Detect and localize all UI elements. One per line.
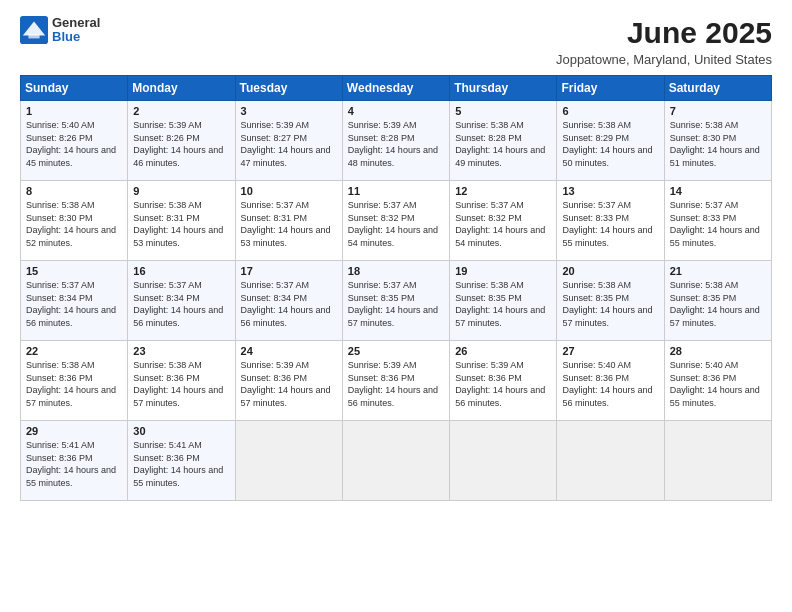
table-row: 24 Sunrise: 5:39 AM Sunset: 8:36 PM Dayl… — [235, 341, 342, 421]
day-number: 26 — [455, 345, 552, 357]
day-info: Sunrise: 5:39 AM Sunset: 8:36 PM Dayligh… — [455, 359, 552, 409]
logo: General Blue — [20, 16, 100, 45]
day-info: Sunrise: 5:37 AM Sunset: 8:33 PM Dayligh… — [670, 199, 767, 249]
table-row: 13 Sunrise: 5:37 AM Sunset: 8:33 PM Dayl… — [557, 181, 664, 261]
day-number: 18 — [348, 265, 445, 277]
day-number: 20 — [562, 265, 659, 277]
table-row: 4 Sunrise: 5:39 AM Sunset: 8:28 PM Dayli… — [342, 101, 449, 181]
table-row: 10 Sunrise: 5:37 AM Sunset: 8:31 PM Dayl… — [235, 181, 342, 261]
header-row: Sunday Monday Tuesday Wednesday Thursday… — [21, 76, 772, 101]
day-info: Sunrise: 5:41 AM Sunset: 8:36 PM Dayligh… — [26, 439, 123, 489]
logo-icon — [20, 16, 48, 44]
day-number: 9 — [133, 185, 230, 197]
week-row: 22 Sunrise: 5:38 AM Sunset: 8:36 PM Dayl… — [21, 341, 772, 421]
table-row: 14 Sunrise: 5:37 AM Sunset: 8:33 PM Dayl… — [664, 181, 771, 261]
col-sunday: Sunday — [21, 76, 128, 101]
col-monday: Monday — [128, 76, 235, 101]
day-info: Sunrise: 5:40 AM Sunset: 8:36 PM Dayligh… — [562, 359, 659, 409]
day-info: Sunrise: 5:38 AM Sunset: 8:29 PM Dayligh… — [562, 119, 659, 169]
day-number: 5 — [455, 105, 552, 117]
calendar-title: June 2025 — [556, 16, 772, 50]
day-number: 7 — [670, 105, 767, 117]
table-row: 7 Sunrise: 5:38 AM Sunset: 8:30 PM Dayli… — [664, 101, 771, 181]
day-info: Sunrise: 5:38 AM Sunset: 8:36 PM Dayligh… — [133, 359, 230, 409]
day-info: Sunrise: 5:40 AM Sunset: 8:26 PM Dayligh… — [26, 119, 123, 169]
day-info: Sunrise: 5:39 AM Sunset: 8:36 PM Dayligh… — [348, 359, 445, 409]
table-row — [342, 421, 449, 501]
header: General Blue June 2025 Joppatowne, Maryl… — [20, 16, 772, 67]
col-friday: Friday — [557, 76, 664, 101]
day-number: 23 — [133, 345, 230, 357]
day-info: Sunrise: 5:38 AM Sunset: 8:28 PM Dayligh… — [455, 119, 552, 169]
day-number: 28 — [670, 345, 767, 357]
table-row: 8 Sunrise: 5:38 AM Sunset: 8:30 PM Dayli… — [21, 181, 128, 261]
table-row: 25 Sunrise: 5:39 AM Sunset: 8:36 PM Dayl… — [342, 341, 449, 421]
calendar-table: Sunday Monday Tuesday Wednesday Thursday… — [20, 75, 772, 501]
table-row: 5 Sunrise: 5:38 AM Sunset: 8:28 PM Dayli… — [450, 101, 557, 181]
title-area: June 2025 Joppatowne, Maryland, United S… — [556, 16, 772, 67]
svg-rect-2 — [28, 34, 39, 38]
table-row: 22 Sunrise: 5:38 AM Sunset: 8:36 PM Dayl… — [21, 341, 128, 421]
day-number: 21 — [670, 265, 767, 277]
day-info: Sunrise: 5:37 AM Sunset: 8:35 PM Dayligh… — [348, 279, 445, 329]
table-row — [664, 421, 771, 501]
day-number: 17 — [241, 265, 338, 277]
week-row: 15 Sunrise: 5:37 AM Sunset: 8:34 PM Dayl… — [21, 261, 772, 341]
table-row — [235, 421, 342, 501]
day-number: 25 — [348, 345, 445, 357]
calendar-subtitle: Joppatowne, Maryland, United States — [556, 52, 772, 67]
day-number: 8 — [26, 185, 123, 197]
table-row: 1 Sunrise: 5:40 AM Sunset: 8:26 PM Dayli… — [21, 101, 128, 181]
day-info: Sunrise: 5:39 AM Sunset: 8:28 PM Dayligh… — [348, 119, 445, 169]
day-info: Sunrise: 5:38 AM Sunset: 8:36 PM Dayligh… — [26, 359, 123, 409]
table-row: 28 Sunrise: 5:40 AM Sunset: 8:36 PM Dayl… — [664, 341, 771, 421]
day-info: Sunrise: 5:39 AM Sunset: 8:36 PM Dayligh… — [241, 359, 338, 409]
table-row: 17 Sunrise: 5:37 AM Sunset: 8:34 PM Dayl… — [235, 261, 342, 341]
table-row: 6 Sunrise: 5:38 AM Sunset: 8:29 PM Dayli… — [557, 101, 664, 181]
col-thursday: Thursday — [450, 76, 557, 101]
day-number: 2 — [133, 105, 230, 117]
col-tuesday: Tuesday — [235, 76, 342, 101]
day-info: Sunrise: 5:39 AM Sunset: 8:27 PM Dayligh… — [241, 119, 338, 169]
day-number: 16 — [133, 265, 230, 277]
day-number: 12 — [455, 185, 552, 197]
table-row: 27 Sunrise: 5:40 AM Sunset: 8:36 PM Dayl… — [557, 341, 664, 421]
day-info: Sunrise: 5:38 AM Sunset: 8:35 PM Dayligh… — [670, 279, 767, 329]
day-number: 29 — [26, 425, 123, 437]
table-row: 2 Sunrise: 5:39 AM Sunset: 8:26 PM Dayli… — [128, 101, 235, 181]
table-row: 23 Sunrise: 5:38 AM Sunset: 8:36 PM Dayl… — [128, 341, 235, 421]
table-row: 15 Sunrise: 5:37 AM Sunset: 8:34 PM Dayl… — [21, 261, 128, 341]
day-info: Sunrise: 5:41 AM Sunset: 8:36 PM Dayligh… — [133, 439, 230, 489]
day-number: 4 — [348, 105, 445, 117]
table-row: 26 Sunrise: 5:39 AM Sunset: 8:36 PM Dayl… — [450, 341, 557, 421]
logo-blue: Blue — [52, 30, 100, 44]
day-number: 3 — [241, 105, 338, 117]
day-number: 11 — [348, 185, 445, 197]
table-row: 21 Sunrise: 5:38 AM Sunset: 8:35 PM Dayl… — [664, 261, 771, 341]
day-info: Sunrise: 5:37 AM Sunset: 8:31 PM Dayligh… — [241, 199, 338, 249]
col-saturday: Saturday — [664, 76, 771, 101]
day-number: 22 — [26, 345, 123, 357]
day-info: Sunrise: 5:37 AM Sunset: 8:32 PM Dayligh… — [455, 199, 552, 249]
table-row: 16 Sunrise: 5:37 AM Sunset: 8:34 PM Dayl… — [128, 261, 235, 341]
day-number: 10 — [241, 185, 338, 197]
table-row: 18 Sunrise: 5:37 AM Sunset: 8:35 PM Dayl… — [342, 261, 449, 341]
day-info: Sunrise: 5:38 AM Sunset: 8:30 PM Dayligh… — [670, 119, 767, 169]
logo-general: General — [52, 16, 100, 30]
table-row: 20 Sunrise: 5:38 AM Sunset: 8:35 PM Dayl… — [557, 261, 664, 341]
day-info: Sunrise: 5:37 AM Sunset: 8:34 PM Dayligh… — [241, 279, 338, 329]
day-info: Sunrise: 5:38 AM Sunset: 8:31 PM Dayligh… — [133, 199, 230, 249]
day-info: Sunrise: 5:37 AM Sunset: 8:32 PM Dayligh… — [348, 199, 445, 249]
day-info: Sunrise: 5:40 AM Sunset: 8:36 PM Dayligh… — [670, 359, 767, 409]
day-info: Sunrise: 5:38 AM Sunset: 8:35 PM Dayligh… — [562, 279, 659, 329]
table-row: 30 Sunrise: 5:41 AM Sunset: 8:36 PM Dayl… — [128, 421, 235, 501]
logo-text: General Blue — [52, 16, 100, 45]
week-row: 8 Sunrise: 5:38 AM Sunset: 8:30 PM Dayli… — [21, 181, 772, 261]
day-info: Sunrise: 5:37 AM Sunset: 8:33 PM Dayligh… — [562, 199, 659, 249]
table-row: 9 Sunrise: 5:38 AM Sunset: 8:31 PM Dayli… — [128, 181, 235, 261]
day-number: 30 — [133, 425, 230, 437]
day-number: 15 — [26, 265, 123, 277]
day-number: 14 — [670, 185, 767, 197]
table-row: 11 Sunrise: 5:37 AM Sunset: 8:32 PM Dayl… — [342, 181, 449, 261]
day-number: 24 — [241, 345, 338, 357]
